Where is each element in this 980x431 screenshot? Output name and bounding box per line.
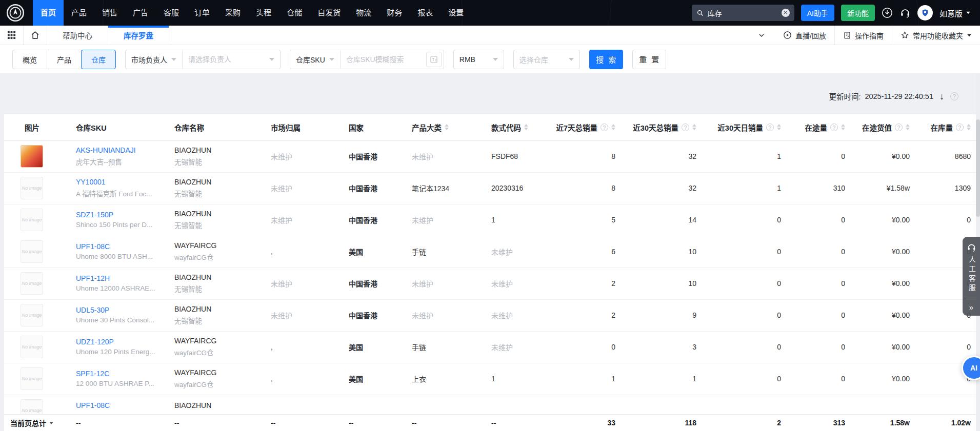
market-owner-label: 市场负责人 <box>131 54 167 65</box>
summary-footer: 当前页总计------------3311823131.58w1.02w <box>4 414 976 431</box>
nav-item-首页[interactable]: 首页 <box>33 0 64 26</box>
apps-grid-icon[interactable] <box>0 26 24 45</box>
nav-item-自发货[interactable]: 自发货 <box>310 0 348 26</box>
product-thumbnail[interactable]: No Image <box>21 336 43 358</box>
cell-warehouse: WAYFAIRCGwayfairCG仓 <box>159 363 255 395</box>
summary-label-text: 当前页总计 <box>10 418 46 428</box>
help-icon[interactable]: ? <box>766 124 774 131</box>
product-name: A 福特福克斯 Ford Foc... <box>76 188 159 198</box>
nav-item-客服[interactable]: 客服 <box>156 0 187 26</box>
product-thumbnail[interactable]: No Image <box>21 240 43 263</box>
cell-category: 未维护 <box>396 268 476 299</box>
action-直播/回放[interactable]: 直播/回放 <box>775 26 834 45</box>
nav-item-报表[interactable]: 报表 <box>410 0 441 26</box>
sku-link[interactable]: UDL5-30P <box>76 306 159 314</box>
market-owner-select[interactable]: 市场负责人 <box>126 50 182 69</box>
update-time-label: 更新时间: <box>829 91 861 101</box>
help-icon[interactable]: ? <box>682 124 689 131</box>
cell-image: No Image <box>4 268 61 299</box>
help-icon[interactable]: ? <box>895 124 903 131</box>
action-操作指南[interactable]: 操作指南 <box>834 26 892 45</box>
reset-button[interactable]: 重置 <box>632 50 666 69</box>
play-circle-icon <box>783 31 792 39</box>
nav-item-物流[interactable]: 物流 <box>348 0 379 26</box>
nav-item-销售[interactable]: 销售 <box>94 0 125 26</box>
cell-sales_30d: 3 <box>621 331 702 363</box>
download-icon[interactable] <box>882 7 893 18</box>
nav-item-财务[interactable]: 财务 <box>379 0 410 26</box>
warehouse-code: BIAOZHUN <box>174 178 255 186</box>
sku-link[interactable]: UPF1-08C <box>76 401 159 409</box>
sku-link[interactable]: YY10001 <box>76 178 159 186</box>
tab-帮助中心[interactable]: 帮助中心 <box>47 26 108 45</box>
sku-link[interactable]: UPF1-08C <box>76 242 159 251</box>
batch-input-icon[interactable] <box>426 52 442 67</box>
scrollbar-thumb[interactable] <box>976 119 980 217</box>
search-input[interactable]: 库存 <box>708 8 778 18</box>
sku-link[interactable]: UDZ1-120P <box>76 338 159 346</box>
nav-item-广告[interactable]: 广告 <box>125 0 156 26</box>
export-arrow-icon[interactable]: ↓ <box>939 92 944 101</box>
customer-service-widget[interactable]: 人工客服 » <box>963 237 980 316</box>
help-icon[interactable]: ? <box>601 124 608 131</box>
sort-icon[interactable] <box>611 124 615 130</box>
summary-daily_30d: 2 <box>702 415 786 431</box>
currency-select[interactable]: RMB <box>453 50 504 69</box>
warehouse-select[interactable]: 选择仓库 <box>513 50 580 69</box>
nav-item-产品[interactable]: 产品 <box>64 0 94 26</box>
headset-icon[interactable] <box>899 7 911 18</box>
sku-type-select[interactable]: 仓库SKU <box>290 50 340 69</box>
product-thumbnail[interactable]: No Image <box>21 272 43 295</box>
sort-icon[interactable] <box>524 124 528 130</box>
ai-assistant-button[interactable]: AI助手 <box>801 5 834 21</box>
user-avatar[interactable] <box>917 5 933 20</box>
view-tab-仓库[interactable]: 仓库 <box>81 50 116 69</box>
search-clear-icon[interactable]: ✕ <box>782 9 790 17</box>
help-icon[interactable]: ? <box>830 124 838 131</box>
nav-item-设置[interactable]: 设置 <box>441 0 471 26</box>
inventory-table: 图片仓库SKU仓库名称市场归属国家产品大类款式代码近7天总销量?近30天总销量?… <box>4 114 976 427</box>
view-tab-概览[interactable]: 概览 <box>12 50 47 69</box>
tab-库存罗盘[interactable]: 库存罗盘 <box>108 26 169 45</box>
owner-input[interactable] <box>188 55 265 64</box>
product-thumbnail[interactable]: No Image <box>21 177 43 199</box>
sort-icon[interactable] <box>692 124 696 130</box>
search-button[interactable]: 搜索 <box>589 50 623 69</box>
home-icon[interactable] <box>24 26 47 45</box>
sort-icon[interactable] <box>906 124 910 130</box>
nav-item-头程[interactable]: 头程 <box>248 0 279 26</box>
view-segmented-control: 概览产品仓库 <box>12 50 116 69</box>
new-feature-button[interactable]: 新功能 <box>841 5 875 21</box>
sku-link[interactable]: SPF1-12C <box>76 370 159 378</box>
nav-item-订单[interactable]: 订单 <box>187 0 217 26</box>
sku-link[interactable]: AKS-HUNIANDAJI <box>76 146 159 154</box>
sort-icon[interactable] <box>445 124 449 130</box>
product-thumbnail[interactable]: No Image <box>21 367 43 390</box>
owner-picker[interactable] <box>183 50 280 69</box>
col-label: 在库量 <box>931 122 953 133</box>
tabs-collapse-chevron-icon[interactable] <box>748 31 775 39</box>
sort-icon[interactable] <box>967 124 971 130</box>
product-thumbnail[interactable] <box>21 145 43 168</box>
chevron-down-icon[interactable] <box>49 422 53 424</box>
product-thumbnail[interactable]: No Image <box>21 304 43 326</box>
nav-item-仓储[interactable]: 仓储 <box>279 0 310 26</box>
header-wrap: 近30天总销量? <box>633 122 696 133</box>
sku-link[interactable]: UPF1-12H <box>76 274 159 282</box>
version-switcher[interactable]: 如意版 <box>939 8 971 18</box>
help-icon[interactable]: ? <box>950 92 958 100</box>
nav-item-采购[interactable]: 采购 <box>217 0 248 26</box>
sku-link[interactable]: SDZ1-150P <box>76 211 159 219</box>
collapse-right-icon[interactable]: » <box>969 303 973 312</box>
global-search[interactable]: 库存 ✕ <box>692 5 794 21</box>
cell-style-code: 未维护 <box>476 299 554 331</box>
sort-icon[interactable] <box>777 124 781 130</box>
action-常用功能收藏夹[interactable]: 常用功能收藏夹 <box>892 26 980 45</box>
action-label: 直播/回放 <box>795 30 826 40</box>
product-thumbnail[interactable]: No Image <box>21 209 43 231</box>
sort-icon[interactable] <box>841 124 845 130</box>
col-header-style_code: 款式代码 <box>476 114 554 140</box>
view-tab-产品[interactable]: 产品 <box>47 50 82 69</box>
sku-search-input[interactable] <box>346 55 423 64</box>
help-icon[interactable]: ? <box>956 124 964 131</box>
